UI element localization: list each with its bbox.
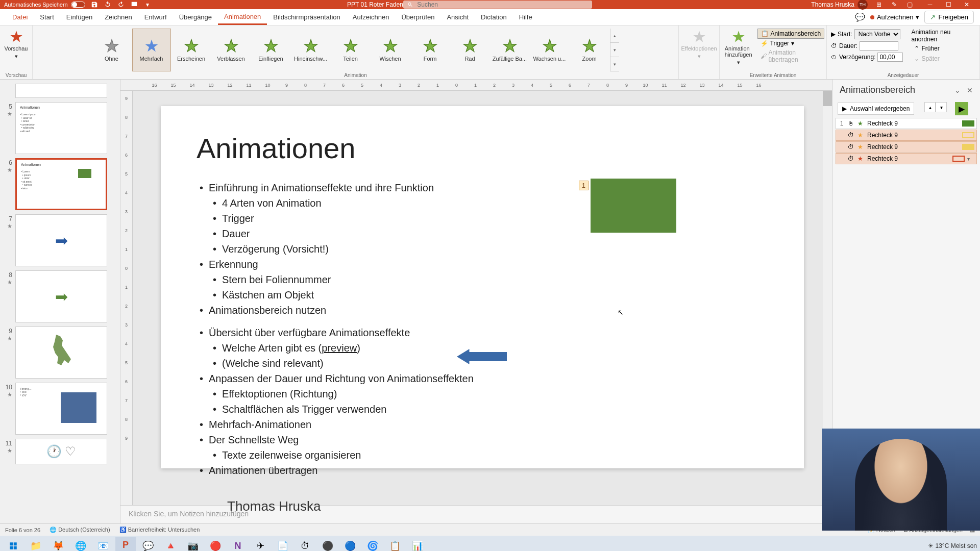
slide-title[interactable]: Animationen xyxy=(197,132,768,165)
present-icon[interactable] xyxy=(130,1,138,9)
anim-zoom[interactable]: Zoom xyxy=(570,29,609,71)
vorschau-button[interactable]: Vorschau▾ xyxy=(2,28,31,62)
pane-mode-button[interactable]: ▶ xyxy=(955,102,968,115)
dauer-input[interactable] xyxy=(860,41,898,51)
thumb-6[interactable]: Animationen• Lorem • ipsum • dolor• sit … xyxy=(15,158,107,210)
app-icon[interactable]: 🔴 xyxy=(205,537,226,551)
minimize-button[interactable]: ─ xyxy=(921,0,939,9)
anim-mehrfach[interactable]: Mehrfach xyxy=(132,29,171,71)
anim-list-item[interactable]: ⏱★Rechteck 9 xyxy=(836,130,977,141)
thumb-8[interactable]: ➡ xyxy=(15,270,107,322)
slide-content-2[interactable]: Übersicht über verfügbare Animationseffe… xyxy=(197,325,768,478)
app-icon[interactable]: ⏱ xyxy=(295,537,315,551)
app-icon[interactable]: 💬 xyxy=(138,537,158,551)
maximize-button[interactable]: ☐ xyxy=(939,0,958,9)
outlook-icon[interactable]: 📧 xyxy=(93,537,113,551)
thumb-10[interactable]: Timing...• xxx• yyy xyxy=(15,383,107,435)
app-icon[interactable]: 📊 xyxy=(407,537,428,551)
anim-form[interactable]: Form xyxy=(411,29,450,71)
pane-close-icon[interactable]: ✕ xyxy=(967,86,973,94)
tab-zeichnen[interactable]: Zeichnen xyxy=(99,10,138,24)
app-icon[interactable]: 🔵 xyxy=(340,537,360,551)
powerpoint-icon[interactable]: P xyxy=(115,537,136,551)
green-rectangle-shape[interactable] xyxy=(591,179,676,233)
animationsbereich-button[interactable]: 📋 Animationsbereich xyxy=(757,29,825,39)
anim-list-item[interactable]: ⏱★Rechteck 9▾ xyxy=(836,153,977,164)
thumb-5[interactable]: Animationen• Lorem ipsum • dolor sit • a… xyxy=(15,102,107,154)
tab-ansicht[interactable]: Ansicht xyxy=(440,10,475,24)
move-up-button[interactable]: ▴ xyxy=(924,102,936,112)
play-selection-button[interactable]: ▶ Auswahl wiedergeben xyxy=(838,103,914,115)
tab-einfuegen[interactable]: Einfügen xyxy=(60,10,99,24)
thumb-11[interactable]: 🕐 ♡ xyxy=(15,439,107,464)
edit-icon[interactable]: ✎ xyxy=(890,1,898,9)
close-button[interactable]: ✕ xyxy=(958,0,976,9)
edge-icon[interactable]: 🌀 xyxy=(362,537,383,551)
tab-entwurf[interactable]: Entwurf xyxy=(138,10,173,24)
tab-start[interactable]: Start xyxy=(34,10,60,24)
language-status[interactable]: 🌐 Deutsch (Österreich) xyxy=(50,527,110,533)
vlc-icon[interactable]: 🔺 xyxy=(160,537,181,551)
verzoegerung-field[interactable]: ⏲ Verzögerung: xyxy=(831,52,903,62)
anim-erscheinen[interactable]: Erscheinen xyxy=(172,29,211,71)
thumb-9[interactable] xyxy=(15,327,107,379)
onenote-icon[interactable]: N xyxy=(228,537,248,551)
tab-bildschirm[interactable]: Bildschirmpräsentation xyxy=(267,10,347,24)
explorer-icon[interactable]: 📁 xyxy=(26,537,46,551)
more-icon[interactable]: ▾ xyxy=(143,1,152,9)
search-box[interactable] xyxy=(403,1,592,9)
obs-icon[interactable]: ⚫ xyxy=(317,537,338,551)
slide-counter[interactable]: Folie 6 von 26 xyxy=(5,527,40,533)
animation-number-badge[interactable]: 1 xyxy=(579,181,589,190)
gallery-down[interactable]: ▾ xyxy=(610,43,619,57)
slide-canvas[interactable]: Animationen Einführung in Animationseffe… xyxy=(133,91,832,505)
tab-uebergaenge[interactable]: Übergänge xyxy=(173,10,218,24)
trigger-button[interactable]: ⚡ Trigger ▾ xyxy=(757,39,825,48)
window-icon[interactable]: ▢ xyxy=(905,1,914,9)
freigeben-button[interactable]: ↗Freigeben xyxy=(924,11,974,23)
thumb-7[interactable]: ➡ xyxy=(15,214,107,266)
anim-hineinschweben[interactable]: Hineinschw... xyxy=(291,29,330,71)
anim-list-item[interactable]: ⏱★Rechteck 9 xyxy=(836,141,977,153)
anim-teilen[interactable]: Teilen xyxy=(331,29,370,71)
move-down-button[interactable]: ▾ xyxy=(936,102,947,112)
save-icon[interactable] xyxy=(90,1,99,9)
telegram-icon[interactable]: ✈ xyxy=(250,537,271,551)
pane-dropdown-icon[interactable]: ⌄ xyxy=(954,86,961,94)
tab-dictation[interactable]: Dictation xyxy=(475,10,513,24)
grid-icon[interactable]: ⊞ xyxy=(875,1,883,9)
anim-zufaellig[interactable]: Zufällige Ba... xyxy=(491,29,529,71)
tab-aufzeichnen[interactable]: Aufzeichnen xyxy=(347,10,396,24)
animation-hinzufuegen-button[interactable]: Animation hinzufügen▾ xyxy=(722,28,755,68)
autosave-toggle[interactable]: Automatisches Speichern xyxy=(4,2,85,8)
anim-einfliegen[interactable]: Einfliegen xyxy=(252,29,290,71)
comments-icon[interactable]: 💬 xyxy=(855,12,865,22)
accessibility-status[interactable]: ♿ Barrierefreiheit: Untersuchen xyxy=(119,527,200,533)
gallery-more[interactable]: ▾ xyxy=(610,57,619,71)
slide-thumbnails[interactable]: 5★Animationen• Lorem ipsum • dolor sit •… xyxy=(0,80,120,523)
author-name[interactable]: Thomas Hruska xyxy=(227,498,768,514)
aufzeichnen-button[interactable]: Aufzeichnen ▾ xyxy=(870,13,920,21)
toggle-switch[interactable] xyxy=(71,2,85,8)
start-select[interactable]: Nach Vorher... xyxy=(854,29,900,39)
app-icon[interactable]: 📄 xyxy=(273,537,293,551)
app-icon[interactable]: 📷 xyxy=(183,537,203,551)
weather-widget[interactable]: ☀ 13°C Meist son xyxy=(928,542,977,549)
app-icon[interactable]: 📋 xyxy=(385,537,405,551)
search-input[interactable] xyxy=(417,1,588,8)
dauer-field[interactable]: ⏱ Dauer: xyxy=(831,41,903,51)
anim-wachsen[interactable]: Wachsen u... xyxy=(530,29,569,71)
slide-content[interactable]: Einführung in Animationseffekte und ihre… xyxy=(197,180,768,318)
item-menu-icon[interactable]: ▾ xyxy=(967,156,974,162)
user-account[interactable]: Thomas Hruska TH xyxy=(811,0,868,10)
chrome-icon[interactable]: 🌐 xyxy=(70,537,91,551)
redo-icon[interactable] xyxy=(117,1,125,9)
scroll-thumb[interactable] xyxy=(823,91,832,106)
undo-icon[interactable] xyxy=(104,1,112,9)
verzoegerung-input[interactable] xyxy=(877,53,903,62)
frueher-button[interactable]: ⌃ Früher xyxy=(911,44,975,53)
tab-datei[interactable]: Datei xyxy=(6,10,34,24)
anim-wischen[interactable]: Wischen xyxy=(371,29,410,71)
tab-animationen[interactable]: Animationen xyxy=(218,10,267,25)
anim-list-item[interactable]: 1🖱★Rechteck 9 xyxy=(836,118,977,129)
